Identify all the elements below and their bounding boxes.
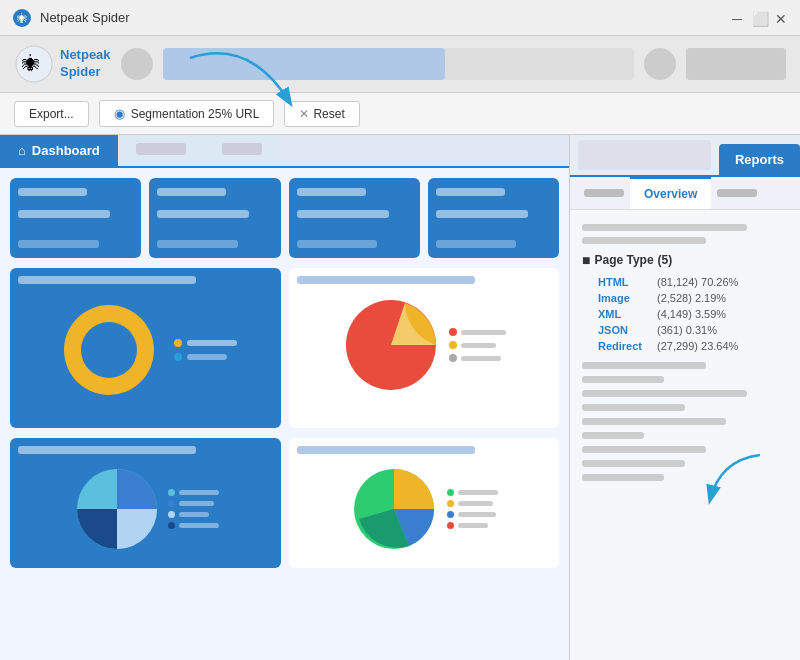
stat-line-1 xyxy=(18,188,87,196)
legend-dot-yellow xyxy=(174,339,182,347)
page-type-item-html: HTML (81,124) 70.26% xyxy=(582,274,788,290)
legend-orange xyxy=(449,341,457,349)
stat-bottom-3 xyxy=(297,240,378,248)
page-type-header: ■ Page Type (5) xyxy=(582,252,788,268)
rbl-9 xyxy=(582,474,664,481)
legend-lightblue xyxy=(168,489,175,496)
segmentation-label: Segmentation 25% URL xyxy=(131,107,260,121)
type-name-image: Image xyxy=(598,292,653,304)
chart-header-white-1 xyxy=(18,276,196,284)
legend-red xyxy=(449,328,457,336)
stat-card-3 xyxy=(289,178,420,258)
tab-inactive-1[interactable] xyxy=(118,135,204,166)
tab-overview[interactable]: Overview xyxy=(630,177,711,209)
rbl-4 xyxy=(582,404,685,411)
export-button[interactable]: Export... xyxy=(14,101,89,127)
right-tab-bar: Reports xyxy=(570,135,800,177)
tab-inactive-2[interactable] xyxy=(204,135,280,166)
right-content: ■ Page Type (5) HTML (81,124) 70.26% Ima… xyxy=(570,210,800,660)
legend-bar-grey xyxy=(461,356,501,361)
page-type-item-image: Image (2,528) 2.19% xyxy=(582,290,788,306)
rbl-8 xyxy=(582,460,685,467)
stat-card-2 xyxy=(149,178,280,258)
chart-row-1 xyxy=(10,268,559,428)
type-name-html: HTML xyxy=(598,276,653,288)
page-type-count: (5) xyxy=(658,253,673,267)
type-stats-redirect: (27,299) 23.64% xyxy=(657,340,738,352)
legend-dot-blue xyxy=(174,353,182,361)
action-button[interactable] xyxy=(686,48,786,80)
legend-green xyxy=(447,489,454,496)
nav-back-button[interactable] xyxy=(121,48,153,80)
stat-line-2 xyxy=(18,210,110,218)
close-button[interactable]: ✕ xyxy=(774,11,788,25)
logo-text: Netpeak Spider xyxy=(60,47,111,81)
chart-row-2 xyxy=(10,438,559,568)
page-type-item-json: JSON (361) 0.31% xyxy=(582,322,788,338)
stat-line-7 xyxy=(436,188,505,196)
segmentation-button[interactable]: ◉ Segmentation 25% URL xyxy=(99,100,275,127)
minimize-button[interactable]: ─ xyxy=(730,11,744,25)
stat-bottom-1 xyxy=(18,240,99,248)
right-tab-placeholder xyxy=(578,140,711,170)
spider-logo-icon: 🕷 xyxy=(14,44,54,84)
window-controls: ─ ⬜ ✕ xyxy=(730,11,788,25)
page-type-label: Page Type xyxy=(594,253,653,267)
title-bar: 🕷 Netpeak Spider ─ ⬜ ✕ xyxy=(0,0,800,36)
stat-line-4 xyxy=(157,210,249,218)
page-type-section: ■ Page Type (5) HTML (81,124) 70.26% Ima… xyxy=(582,252,788,354)
svg-point-5 xyxy=(81,322,137,378)
chart-card-green-pie xyxy=(289,438,560,568)
rbl-3 xyxy=(582,390,747,397)
bullet-icon: ■ xyxy=(582,252,590,268)
tab-placeholder-1 xyxy=(136,143,186,155)
url-bar xyxy=(163,48,634,80)
tab-placeholder-2 xyxy=(222,143,262,155)
nav-forward-button[interactable] xyxy=(644,48,676,80)
overview-line-2 xyxy=(582,237,706,244)
type-name-json: JSON xyxy=(598,324,653,336)
header-area: 🕷 Netpeak Spider xyxy=(0,36,800,93)
app-title: Netpeak Spider xyxy=(40,10,730,25)
page-type-item-xml: XML (4,149) 3.59% xyxy=(582,306,788,322)
chart-card-yellow-donut xyxy=(10,268,281,428)
reset-button[interactable]: ✕ Reset xyxy=(284,101,359,127)
logo-top: Netpeak xyxy=(60,47,111,64)
pie-chart-2 xyxy=(341,295,441,395)
rbl-5 xyxy=(582,418,726,425)
main-area: ⌂ Dashboard xyxy=(0,135,800,660)
tab-dashboard[interactable]: ⌂ Dashboard xyxy=(0,135,118,166)
overview-line-1 xyxy=(582,224,747,231)
dashboard-content xyxy=(0,168,569,578)
logo-box: 🕷 Netpeak Spider xyxy=(14,44,111,84)
stat-line-6 xyxy=(297,210,389,218)
chart-header-green xyxy=(297,446,475,454)
pie-chart-blue xyxy=(72,464,162,554)
type-stats-json: (361) 0.31% xyxy=(657,324,717,336)
pie-icon: ◉ xyxy=(114,106,125,121)
right-panel: Reports Overview ■ Page Type (5) HTML (8… xyxy=(570,135,800,660)
legend-bar-red xyxy=(461,330,506,335)
stat-bottom-4 xyxy=(436,240,517,248)
tab-reports[interactable]: Reports xyxy=(719,144,800,175)
svg-text:🕷: 🕷 xyxy=(22,54,40,74)
stat-cards-row xyxy=(10,178,559,258)
tab-dashboard-label: Dashboard xyxy=(32,143,100,158)
type-stats-image: (2,528) 2.19% xyxy=(657,292,726,304)
tab-bar: ⌂ Dashboard xyxy=(0,135,569,168)
page-type-item-redirect: Redirect (27,299) 23.64% xyxy=(582,338,788,354)
right-bottom-lines xyxy=(582,362,788,481)
chart-card-pie2 xyxy=(289,268,560,428)
overview-tab-bar: Overview xyxy=(570,177,800,210)
overview-tab-inactive-1 xyxy=(584,189,624,197)
legend-bar-orange xyxy=(461,343,496,348)
legend-grey xyxy=(449,354,457,362)
type-name-xml: XML xyxy=(598,308,653,320)
stat-line-5 xyxy=(297,188,366,196)
overview-tab-inactive-2 xyxy=(717,189,757,197)
maximize-button[interactable]: ⬜ xyxy=(752,11,766,25)
rbl-1 xyxy=(582,362,706,369)
url-bar-fill xyxy=(163,48,446,80)
type-stats-xml: (4,149) 3.59% xyxy=(657,308,726,320)
rbl-6 xyxy=(582,432,644,439)
